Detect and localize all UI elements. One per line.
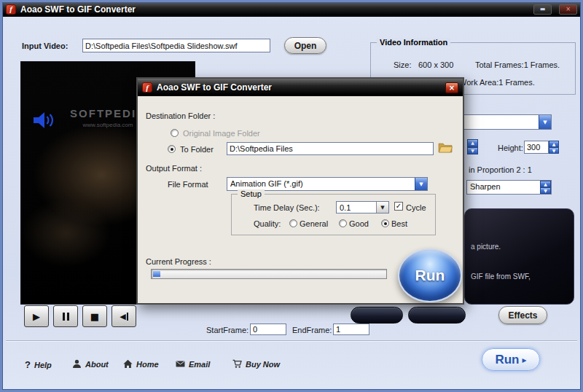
app-flash-icon: f — [6, 4, 16, 15]
quality-radio-good[interactable] — [339, 219, 347, 227]
pause-icon — [63, 313, 69, 321]
height-spinner[interactable]: ▲ ▼ — [549, 141, 559, 154]
person-icon — [72, 359, 82, 369]
close-icon: × — [449, 84, 455, 92]
height-field[interactable] — [524, 141, 549, 154]
work-area-text: Work Area:1 Frames. — [459, 78, 535, 87]
stop-icon: ■ — [90, 311, 99, 322]
help-link[interactable]: ? Help — [25, 359, 52, 370]
main-titlebar: f Aoao SWF to GIF Converter ▬ × — [2, 2, 581, 17]
radio-original-folder[interactable] — [171, 129, 179, 137]
dialog-title: Aoao SWF to GIF Converter — [157, 82, 272, 93]
end-frame-label: EndFrame: — [292, 326, 332, 334]
buy-now-link[interactable]: Buy Now — [232, 359, 280, 369]
tip-line-2: GIF file from SWF, — [471, 273, 531, 281]
spin-up-icon[interactable]: ▲ — [467, 139, 478, 147]
input-video-field[interactable] — [82, 39, 270, 52]
cart-icon — [232, 359, 242, 369]
email-link[interactable]: Email — [176, 359, 210, 369]
play-button[interactable]: ▶ — [24, 305, 49, 327]
sharpen-value: Sharpen — [467, 181, 540, 194]
cycle-label[interactable]: Cycle — [406, 203, 426, 212]
start-frame-field[interactable] — [250, 324, 286, 335]
email-label: Email — [189, 360, 210, 369]
app-flash-icon: f — [142, 82, 152, 93]
help-label: Help — [34, 361, 52, 369]
sharpen-dropdown[interactable]: Sharpen ▲ ▼ — [466, 180, 552, 195]
buy-now-label: Buy Now — [246, 360, 280, 369]
start-frame-label: StartFrame: — [206, 326, 249, 334]
quality-radio-best[interactable] — [381, 219, 389, 227]
quality-radio-general[interactable] — [289, 219, 297, 227]
spin-up-icon[interactable]: ▲ — [549, 141, 559, 147]
proportion-text: in Proportion 2 : 1 — [469, 165, 532, 174]
sharpen-spinner[interactable]: ▲ ▼ — [540, 181, 551, 194]
run-button-dialog[interactable]: Run — [398, 248, 462, 302]
spin-up-icon[interactable]: ▲ — [540, 181, 551, 187]
chevron-down-icon[interactable]: ▼ — [415, 178, 427, 190]
browse-folder-icon[interactable] — [438, 142, 453, 154]
help-icon: ? — [25, 359, 31, 370]
dest-folder-field[interactable] — [227, 142, 434, 155]
time-delay-dropdown[interactable]: 0.1 ▼ — [336, 201, 389, 213]
dark-pill-button-1[interactable] — [351, 307, 403, 324]
file-format-label: File Format — [168, 180, 208, 189]
progress-label: Current Progress : — [146, 257, 211, 266]
input-video-label: Input Video: — [22, 42, 68, 50]
setup-title: Setup — [238, 189, 265, 198]
quality-label: Quality: — [254, 219, 281, 228]
quality-general-label[interactable]: General — [300, 219, 328, 228]
about-link[interactable]: About — [72, 359, 109, 369]
height-label: Height: — [498, 144, 523, 152]
close-icon: × — [566, 6, 571, 12]
dest-folder-label: Destination Folder : — [146, 111, 215, 120]
minimize-button[interactable]: ▬ — [533, 4, 552, 15]
run-arrow-icon: ▸ — [523, 355, 527, 365]
footer-divider — [6, 340, 577, 342]
chevron-down-icon[interactable]: ▼ — [539, 115, 551, 129]
about-label: About — [85, 360, 109, 369]
dark-pill-button-2[interactable] — [408, 307, 466, 324]
dialog-titlebar: f Aoao SWF to GIF Converter × — [138, 79, 463, 96]
stop-button[interactable]: ■ — [82, 305, 107, 327]
video-info-title: Video Information — [377, 38, 450, 47]
radio-original-label[interactable]: Original Image Folder — [183, 129, 260, 138]
quality-best-label[interactable]: Best — [391, 219, 407, 228]
total-frames-text: Total Frames:1 Frames. — [475, 60, 560, 69]
check-icon: ✓ — [396, 203, 402, 210]
chevron-down-icon[interactable]: ▼ — [376, 202, 388, 213]
spin-down-icon[interactable]: ▼ — [549, 147, 559, 154]
step-back-icon: ◀ — [120, 312, 128, 321]
run-label: Run — [495, 353, 519, 367]
home-label: Home — [136, 360, 159, 369]
tips-panel: a picture. GIF file from SWF, — [464, 208, 574, 305]
progress-bar — [151, 269, 387, 279]
time-delay-value: 0.1 — [337, 202, 376, 213]
radio-to-folder-label[interactable]: To Folder — [180, 145, 214, 154]
spin-down-icon[interactable]: ▼ — [540, 187, 551, 194]
width-spinner[interactable]: ▲ ▼ — [467, 139, 478, 154]
step-back-button[interactable]: ◀ — [111, 305, 136, 327]
close-button[interactable]: × — [559, 4, 577, 15]
quality-good-label[interactable]: Good — [349, 219, 369, 228]
pause-button[interactable] — [53, 305, 78, 327]
time-delay-label: Time Delay (Sec.): — [254, 203, 320, 212]
spin-down-icon[interactable]: ▼ — [467, 147, 478, 155]
cycle-checkbox[interactable]: ✓ — [394, 202, 403, 211]
size-value: 600 x 300 — [418, 60, 453, 69]
home-link[interactable]: Home — [123, 359, 159, 369]
radio-to-folder[interactable] — [168, 145, 176, 153]
dialog-close-button[interactable]: × — [445, 82, 458, 93]
minimize-icon: ▬ — [540, 6, 546, 12]
app-window: f Aoao SWF to GIF Converter ▬ × Input Vi… — [0, 0, 583, 392]
setup-group: Setup Time Delay (Sec.): 0.1 ▼ ✓ Cycle Q… — [231, 194, 436, 235]
window-title: Aoao SWF to GIF Converter — [20, 4, 136, 15]
progress-fill — [153, 271, 160, 277]
end-frame-field[interactable] — [333, 324, 369, 335]
run-button-main[interactable]: Run ▸ — [482, 348, 540, 371]
file-format-value: Animation GIF (*.gif) — [227, 178, 415, 190]
house-icon — [123, 359, 133, 369]
open-button[interactable]: Open — [284, 37, 326, 54]
effects-button[interactable]: Effects — [498, 306, 547, 324]
play-icon: ▶ — [33, 311, 40, 322]
